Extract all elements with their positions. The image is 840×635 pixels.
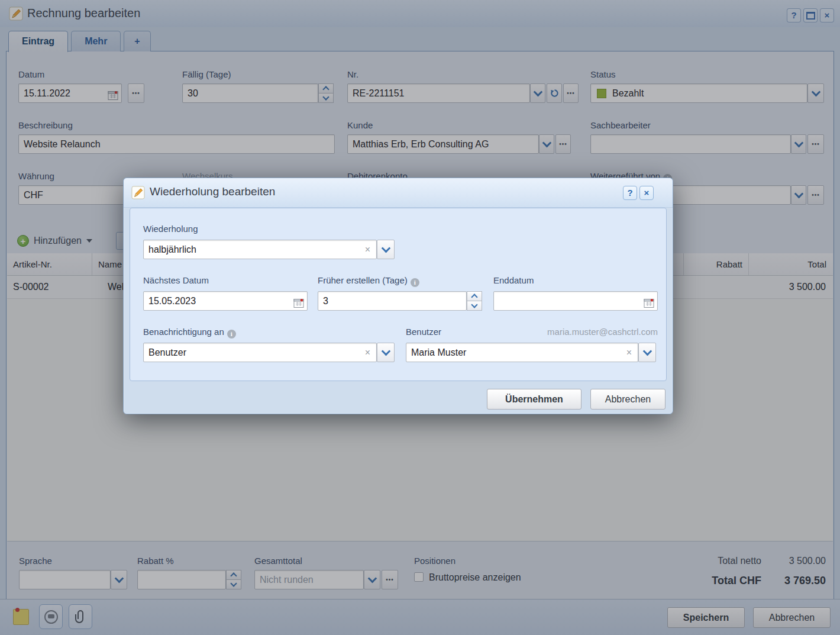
dialog-form-panel: Wiederholung halbjährlich × Nächstes Dat… bbox=[130, 208, 667, 381]
calendar-icon[interactable] bbox=[644, 296, 654, 307]
frueher-label: Früher erstellen (Tage)i bbox=[318, 275, 419, 287]
info-icon: i bbox=[411, 278, 419, 287]
chevron-down-icon bbox=[381, 244, 390, 253]
wiederholung-label: Wiederholung bbox=[143, 224, 198, 234]
naechstes-datum-input[interactable]: 15.05.2023 bbox=[143, 291, 308, 311]
close-icon: × bbox=[644, 188, 650, 198]
dialog-titlebar: Wiederholung bearbeiten ? × bbox=[124, 178, 673, 208]
benachrichtigung-dropdown-button[interactable] bbox=[377, 343, 395, 362]
chevron-down-icon bbox=[471, 301, 477, 308]
benutzer-dropdown-button[interactable] bbox=[638, 343, 656, 362]
dialog-help-button[interactable]: ? bbox=[623, 186, 637, 200]
wiederholung-dropdown-button[interactable] bbox=[377, 240, 395, 259]
frueher-spinner bbox=[467, 291, 482, 311]
help-icon: ? bbox=[627, 188, 632, 198]
enddatum-label: Enddatum bbox=[493, 275, 534, 285]
dialog-cancel-button[interactable]: Abbrechen bbox=[590, 389, 665, 410]
chevron-down-icon bbox=[642, 347, 652, 356]
dialog-close-button[interactable]: × bbox=[639, 186, 654, 200]
benachrichtigung-label: Benachrichtigung ani bbox=[143, 327, 236, 339]
recurrence-dialog: Wiederholung bearbeiten ? × Wiederholung… bbox=[123, 178, 673, 414]
naechstes-datum-label: Nächstes Datum bbox=[143, 275, 209, 285]
dialog-title: Wiederholung bearbeiten bbox=[150, 185, 275, 198]
chevron-down-icon bbox=[381, 347, 390, 356]
edit-pencil-icon bbox=[131, 186, 145, 202]
info-icon: i bbox=[227, 330, 236, 339]
calendar-icon[interactable] bbox=[293, 296, 304, 307]
benachrichtigung-combo[interactable]: Benutzer × bbox=[143, 343, 377, 362]
clear-icon[interactable]: × bbox=[365, 240, 370, 259]
benutzer-label: Benutzer bbox=[406, 327, 441, 337]
wiederholung-combo[interactable]: halbjährlich × bbox=[143, 240, 377, 259]
benutzer-combo[interactable]: Maria Muster × bbox=[406, 343, 638, 362]
enddatum-input[interactable] bbox=[493, 291, 658, 311]
clear-icon[interactable]: × bbox=[626, 343, 632, 362]
frueher-input[interactable]: 3 bbox=[318, 291, 467, 311]
clear-icon[interactable]: × bbox=[365, 343, 370, 362]
screenshot-root: Rechnung bearbeiten ? × Eintrag Mehr + D… bbox=[0, 0, 840, 635]
spinner-up-button[interactable] bbox=[467, 291, 482, 301]
benutzer-email-hint: maria.muster@cashctrl.com bbox=[504, 327, 658, 337]
apply-button[interactable]: Übernehmen bbox=[487, 389, 581, 410]
chevron-up-icon bbox=[471, 294, 477, 300]
spinner-down-button[interactable] bbox=[467, 301, 482, 311]
